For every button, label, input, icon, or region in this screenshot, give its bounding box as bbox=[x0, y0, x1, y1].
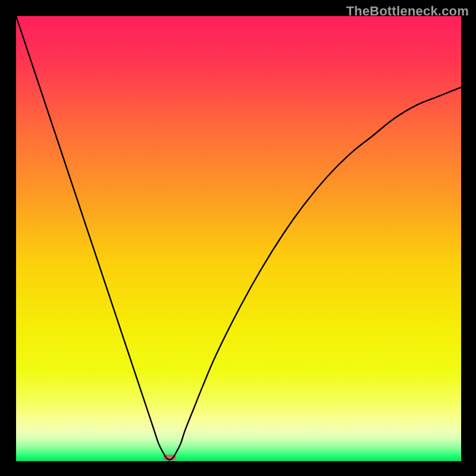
watermark-text: TheBottleneck.com bbox=[346, 4, 469, 19]
plot-area bbox=[16, 16, 461, 461]
bottleneck-curve bbox=[16, 16, 461, 460]
curve-layer bbox=[16, 16, 461, 461]
chart-frame: TheBottleneck.com bbox=[0, 0, 476, 476]
